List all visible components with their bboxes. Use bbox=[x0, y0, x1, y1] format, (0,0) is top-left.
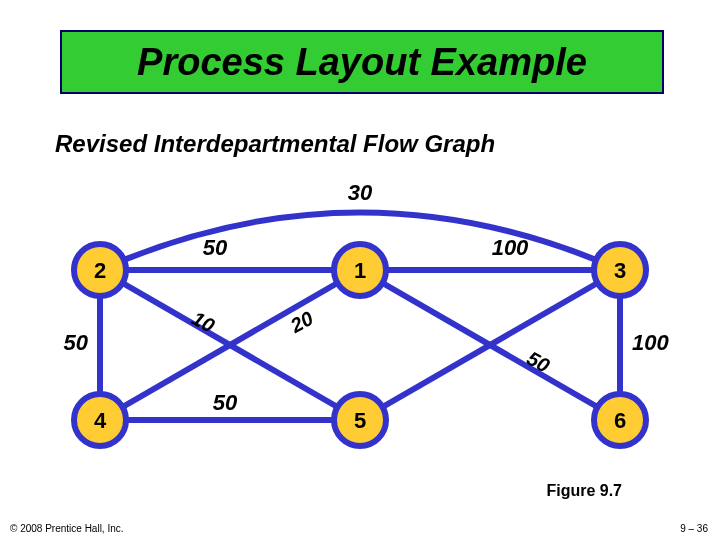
node-4: 4 bbox=[74, 394, 126, 446]
node-5: 5 bbox=[334, 394, 386, 446]
node-1: 1 bbox=[334, 244, 386, 296]
node-5-label: 5 bbox=[354, 408, 366, 433]
node-6-label: 6 bbox=[614, 408, 626, 433]
node-3-label: 3 bbox=[614, 258, 626, 283]
node-2: 2 bbox=[74, 244, 126, 296]
figure-caption: Figure 9.7 bbox=[546, 482, 622, 500]
weight-4-5: 50 bbox=[213, 390, 238, 415]
copyright-text: © 2008 Prentice Hall, Inc. bbox=[10, 523, 124, 534]
weight-2-3-arc: 30 bbox=[348, 180, 373, 205]
flow-graph: 2 1 3 4 5 6 30 50 100 50 100 10 20 50 bbox=[0, 0, 720, 540]
weight-1-3: 100 bbox=[492, 235, 529, 260]
node-1-label: 1 bbox=[354, 258, 366, 283]
weight-3-6: 100 bbox=[632, 330, 669, 355]
node-2-label: 2 bbox=[94, 258, 106, 283]
page-number: 9 – 36 bbox=[680, 523, 708, 534]
weight-1-6: 50 bbox=[523, 347, 553, 377]
node-6: 6 bbox=[594, 394, 646, 446]
node-3: 3 bbox=[594, 244, 646, 296]
weight-2-1: 50 bbox=[203, 235, 228, 260]
node-4-label: 4 bbox=[94, 408, 107, 433]
slide: Process Layout Example Revised Interdepa… bbox=[0, 0, 720, 540]
weight-2-4: 50 bbox=[64, 330, 89, 355]
